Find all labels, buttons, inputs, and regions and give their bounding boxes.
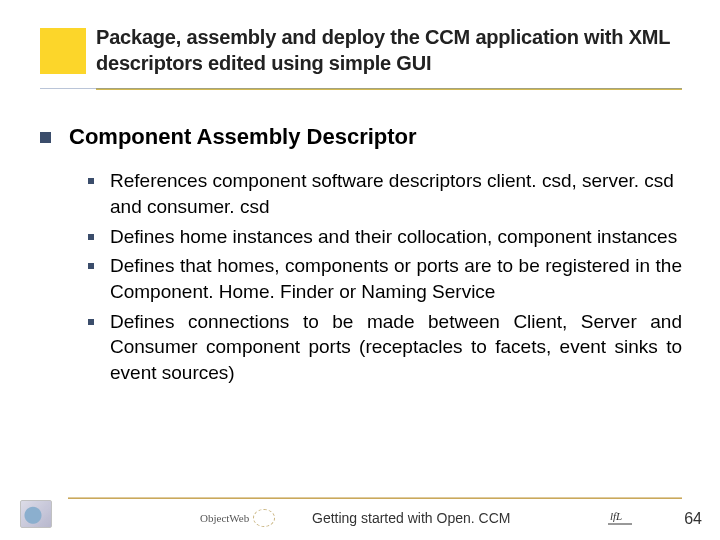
content-area: Component Assembly Descriptor References… — [40, 124, 682, 390]
list-item-text: Defines home instances and their colloca… — [110, 224, 677, 250]
footer: ObjectWeb Getting started with Open. CCM… — [0, 498, 720, 540]
title-area: Package, assembly and deploy the CCM app… — [40, 24, 682, 76]
objectweb-logo: ObjectWeb — [200, 508, 296, 528]
small-square-icon — [88, 263, 94, 269]
square-bullet-icon — [40, 132, 51, 143]
page-number: 64 — [684, 510, 702, 528]
accent-square-icon — [40, 28, 86, 74]
list-item: References component software descriptor… — [88, 168, 682, 219]
globe-icon — [20, 500, 52, 528]
list-item-text: Defines connections to be made between C… — [110, 309, 682, 386]
logo-text: ObjectWeb — [200, 512, 249, 524]
small-square-icon — [88, 234, 94, 240]
list-item-text: Defines that homes, components or ports … — [110, 253, 682, 304]
section-heading: Component Assembly Descriptor — [69, 124, 417, 150]
section-heading-row: Component Assembly Descriptor — [40, 124, 682, 150]
small-square-icon — [88, 178, 94, 184]
list-item: Defines that homes, components or ports … — [88, 253, 682, 304]
list-item: Defines connections to be made between C… — [88, 309, 682, 386]
title-underline — [96, 88, 682, 90]
bullet-list: References component software descriptor… — [88, 168, 682, 385]
list-item: Defines home instances and their colloca… — [88, 224, 682, 250]
swirl-icon — [253, 509, 275, 527]
svg-text:lfL: lfL — [610, 510, 622, 522]
lfl-logo-icon: lfL — [608, 506, 632, 526]
small-square-icon — [88, 319, 94, 325]
list-item-text: References component software descriptor… — [110, 168, 682, 219]
footer-rule — [68, 498, 682, 499]
footer-center-text: Getting started with Open. CCM — [312, 510, 510, 526]
slide-title: Package, assembly and deploy the CCM app… — [96, 24, 682, 76]
